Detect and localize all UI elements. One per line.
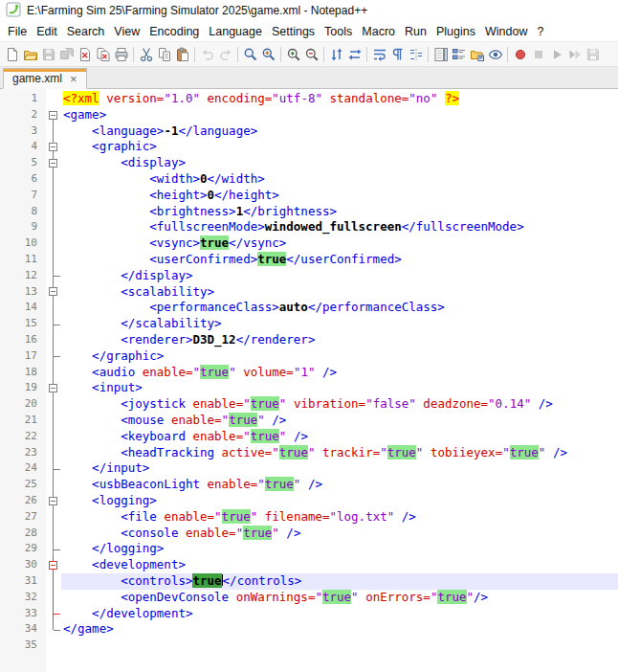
- toolbar-close-button[interactable]: [76, 44, 94, 64]
- line-number[interactable]: 22: [0, 429, 46, 445]
- code-line-26[interactable]: 26 <logging>: [0, 493, 618, 509]
- menu-item-plugins[interactable]: Plugins: [431, 23, 480, 40]
- code-line-2[interactable]: 2<game>: [0, 107, 618, 123]
- line-number[interactable]: 33: [0, 606, 46, 622]
- line-number[interactable]: 17: [0, 348, 46, 365]
- code-line-20[interactable]: 20 <joystick enable="true" vibration="fa…: [0, 396, 618, 413]
- code-line-24[interactable]: 24 </input>: [0, 460, 618, 477]
- toolbar-zoom-out-button[interactable]: [302, 44, 320, 64]
- line-number[interactable]: 11: [0, 252, 46, 268]
- line-number[interactable]: 4: [0, 139, 46, 155]
- toolbar-cut-button[interactable]: [137, 44, 155, 64]
- code-line-21[interactable]: 21 <mouse enable="true" />: [0, 413, 618, 429]
- fold-toggle-icon[interactable]: [46, 139, 61, 155]
- code-line-34[interactable]: 34</game>: [0, 621, 618, 638]
- menu-item-run[interactable]: Run: [400, 23, 431, 40]
- toolbar-function-list-button[interactable]: [450, 44, 468, 64]
- code-line-9[interactable]: 9 <fullscreenMode>windowed_fullscreen</f…: [0, 219, 618, 235]
- toolbar-sync-horizontal-button[interactable]: [345, 44, 364, 64]
- line-number[interactable]: 8: [0, 204, 46, 220]
- fold-toggle-icon[interactable]: [46, 284, 61, 301]
- toolbar-new-file-button[interactable]: [3, 44, 21, 64]
- line-number[interactable]: 15: [0, 316, 46, 332]
- toolbar-play-macro-button[interactable]: [547, 44, 565, 64]
- line-number[interactable]: 34: [0, 621, 46, 638]
- menu-item-file[interactable]: File: [3, 23, 32, 40]
- line-number[interactable]: 9: [0, 219, 46, 235]
- code-line-33[interactable]: 33 </development>: [0, 606, 618, 622]
- menu-item-search[interactable]: Search: [62, 23, 110, 40]
- line-number[interactable]: 16: [0, 332, 46, 348]
- toolbar-redo-button[interactable]: [216, 44, 234, 64]
- toolbar-run-macro-multiple-button[interactable]: [565, 44, 584, 64]
- line-number[interactable]: 31: [0, 573, 46, 590]
- code-line-16[interactable]: 16 <renderer>D3D_12</renderer>: [0, 332, 618, 348]
- fold-toggle-icon[interactable]: [46, 107, 61, 123]
- code-line-10[interactable]: 10 <vsync>true</vsync>: [0, 235, 618, 252]
- code-line-31[interactable]: 31 <controls>true</controls>: [0, 573, 618, 590]
- code-line-5[interactable]: 5 <display>: [0, 155, 618, 171]
- line-number[interactable]: 7: [0, 188, 46, 204]
- code-line-29[interactable]: 29 </logging>: [0, 541, 618, 557]
- code-line-35[interactable]: 35: [0, 638, 618, 654]
- code-line-8[interactable]: 8 <brightness>1</brightness>: [0, 204, 618, 220]
- line-number[interactable]: 30: [0, 557, 46, 573]
- line-number[interactable]: 3: [0, 123, 46, 140]
- toolbar-monitoring-button[interactable]: [486, 44, 504, 64]
- code-line-32[interactable]: 32 <openDevConsole onWarnings="true" onE…: [0, 590, 618, 606]
- toolbar-copy-button[interactable]: [155, 44, 173, 64]
- code-line-17[interactable]: 17 </graphic>: [0, 348, 618, 365]
- toolbar-indent-guide-button[interactable]: [407, 44, 425, 64]
- code-line-14[interactable]: 14 <performanceClass>auto</performanceCl…: [0, 300, 618, 316]
- toolbar-print-button[interactable]: [112, 44, 130, 64]
- toolbar-show-all-characters-button[interactable]: [388, 44, 407, 64]
- toolbar-zoom-in-button[interactable]: [284, 44, 302, 64]
- menu-item-edit[interactable]: Edit: [32, 23, 62, 40]
- line-number[interactable]: 12: [0, 268, 46, 284]
- toolbar-save-macro-button[interactable]: [584, 44, 602, 64]
- code-line-13[interactable]: 13 <scalability>: [0, 284, 618, 301]
- fold-toggle-icon[interactable]: [46, 155, 61, 171]
- code-line-18[interactable]: 18 <audio enable="true" volume="1" />: [0, 365, 618, 381]
- menu-item-macro[interactable]: Macro: [357, 23, 400, 40]
- code-line-25[interactable]: 25 <usbBeaconLight enable="true" />: [0, 477, 618, 493]
- line-number[interactable]: 23: [0, 445, 46, 461]
- line-number[interactable]: 18: [0, 365, 46, 381]
- code-line-28[interactable]: 28 <console enable="true" />: [0, 526, 618, 542]
- toolbar-stop-recording-button[interactable]: [529, 44, 547, 64]
- toolbar-replace-button[interactable]: [259, 44, 277, 64]
- line-number[interactable]: 1: [0, 91, 46, 107]
- toolbar-word-wrap-button[interactable]: [370, 44, 388, 64]
- fold-toggle-icon[interactable]: [46, 557, 61, 573]
- line-number[interactable]: 2: [0, 107, 46, 123]
- line-number[interactable]: 28: [0, 526, 46, 542]
- code-line-6[interactable]: 6 <width>0</width>: [0, 171, 618, 188]
- toolbar-save-all-button[interactable]: [57, 44, 76, 64]
- code-line-3[interactable]: 3 <language>-1</language>: [0, 123, 618, 140]
- line-number[interactable]: 20: [0, 396, 46, 413]
- toolbar-open-file-button[interactable]: [21, 44, 39, 64]
- line-number[interactable]: 13: [0, 284, 46, 301]
- code-line-12[interactable]: 12 </display>: [0, 268, 618, 284]
- fold-toggle-icon[interactable]: [46, 380, 61, 396]
- toolbar-record-macro-button[interactable]: [511, 44, 529, 64]
- toolbar-document-map-button[interactable]: [431, 44, 450, 64]
- toolbar-folder-as-workspace-button[interactable]: [468, 44, 486, 64]
- line-number[interactable]: 32: [0, 590, 46, 606]
- menu-item-settings[interactable]: Settings: [267, 23, 320, 40]
- menu-item-language[interactable]: Language: [204, 23, 267, 40]
- code-line-27[interactable]: 27 <file enable="true" filename="log.txt…: [0, 509, 618, 526]
- toolbar-paste-button[interactable]: [173, 44, 191, 64]
- line-number[interactable]: 29: [0, 541, 46, 557]
- menu-item-help[interactable]: ?: [532, 23, 548, 40]
- line-number[interactable]: 6: [0, 171, 46, 188]
- menu-item-view[interactable]: View: [109, 23, 144, 40]
- line-number[interactable]: 14: [0, 300, 46, 316]
- code-line-4[interactable]: 4 <graphic>: [0, 139, 618, 155]
- code-line-15[interactable]: 15 </scalability>: [0, 316, 618, 332]
- line-number[interactable]: 21: [0, 413, 46, 429]
- toolbar-sync-vertical-button[interactable]: [327, 44, 345, 64]
- code-line-19[interactable]: 19 <input>: [0, 380, 618, 396]
- tab-close-icon[interactable]: ×: [70, 73, 77, 85]
- line-number[interactable]: 35: [0, 638, 46, 654]
